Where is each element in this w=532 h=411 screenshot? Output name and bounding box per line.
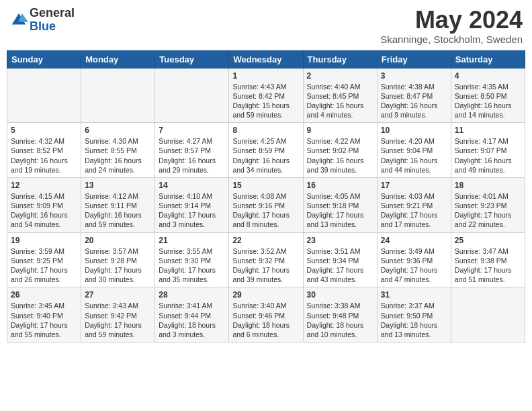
day-number: 11 [455,126,521,135]
day-info: Sunrise: 4:20 AMSunset: 9:04 PMDaylight:… [381,136,447,175]
calendar-cell: 26Sunrise: 3:45 AMSunset: 9:40 PMDayligh… [7,287,81,342]
logo-text: General Blue [30,7,75,34]
weekday-header-sunday: Sunday [7,50,81,68]
day-info: Sunrise: 4:01 AMSunset: 9:23 PMDaylight:… [455,191,521,230]
calendar-cell: 8Sunrise: 4:25 AMSunset: 8:59 PMDaylight… [229,123,303,178]
weekday-header-monday: Monday [81,50,155,68]
title-block: May 2024 Skanninge, Stockholm, Sweden [380,7,523,45]
calendar-cell [81,68,155,123]
day-number: 17 [381,181,447,190]
day-info: Sunrise: 4:27 AMSunset: 8:57 PMDaylight:… [159,136,225,175]
calendar-cell: 7Sunrise: 4:27 AMSunset: 8:57 PMDaylight… [155,123,229,178]
day-info: Sunrise: 3:43 AMSunset: 9:42 PMDaylight:… [85,301,151,339]
weekday-header-wednesday: Wednesday [229,50,303,68]
calendar-cell: 11Sunrise: 4:17 AMSunset: 9:07 PMDayligh… [451,123,525,178]
calendar-week-row: 26Sunrise: 3:45 AMSunset: 9:40 PMDayligh… [7,287,525,342]
day-info: Sunrise: 4:05 AMSunset: 9:18 PMDaylight:… [307,191,373,230]
day-number: 6 [85,126,151,135]
day-number: 22 [232,236,299,245]
day-number: 3 [381,71,447,81]
calendar-cell: 29Sunrise: 3:40 AMSunset: 9:46 PMDayligh… [229,287,303,342]
day-number: 15 [232,181,299,190]
calendar-cell: 1Sunrise: 4:43 AMSunset: 8:42 PMDaylight… [229,68,303,123]
calendar-cell: 14Sunrise: 4:10 AMSunset: 9:14 PMDayligh… [155,177,229,232]
logo-blue: Blue [30,20,75,34]
calendar-week-row: 19Sunrise: 3:59 AMSunset: 9:25 PMDayligh… [7,232,525,287]
calendar-cell: 2Sunrise: 4:40 AMSunset: 8:45 PMDaylight… [303,68,377,123]
location: Skanninge, Stockholm, Sweden [380,34,523,45]
day-info: Sunrise: 4:17 AMSunset: 9:07 PMDaylight:… [455,136,521,175]
calendar-cell: 31Sunrise: 3:37 AMSunset: 9:50 PMDayligh… [377,287,451,342]
day-number: 28 [159,290,225,300]
day-info: Sunrise: 3:57 AMSunset: 9:28 PMDaylight:… [85,246,151,285]
day-info: Sunrise: 4:40 AMSunset: 8:45 PMDaylight:… [307,82,373,120]
day-number: 19 [11,236,77,245]
page-header: General Blue May 2024 Skanninge, Stockho… [7,7,525,45]
calendar-week-row: 1Sunrise: 4:43 AMSunset: 8:42 PMDaylight… [7,68,525,123]
calendar-week-row: 5Sunrise: 4:32 AMSunset: 8:52 PMDaylight… [7,123,525,178]
day-info: Sunrise: 3:45 AMSunset: 9:40 PMDaylight:… [11,301,77,339]
day-info: Sunrise: 3:38 AMSunset: 9:48 PMDaylight:… [307,301,373,339]
day-number: 27 [85,290,151,300]
day-info: Sunrise: 3:55 AMSunset: 9:30 PMDaylight:… [159,246,225,285]
day-info: Sunrise: 3:59 AMSunset: 9:25 PMDaylight:… [11,246,77,285]
day-info: Sunrise: 4:30 AMSunset: 8:55 PMDaylight:… [85,136,151,175]
calendar-cell: 22Sunrise: 3:52 AMSunset: 9:32 PMDayligh… [229,232,303,287]
month-title: May 2024 [380,7,523,34]
day-number: 25 [455,236,521,245]
day-number: 26 [11,290,77,300]
day-number: 31 [381,290,447,300]
logo: General Blue [9,7,75,34]
day-info: Sunrise: 3:52 AMSunset: 9:32 PMDaylight:… [232,246,299,285]
day-number: 5 [11,126,77,135]
day-number: 20 [85,236,151,245]
day-number: 30 [307,290,373,300]
day-number: 4 [455,71,521,81]
calendar-cell: 15Sunrise: 4:08 AMSunset: 9:16 PMDayligh… [229,177,303,232]
day-info: Sunrise: 4:10 AMSunset: 9:14 PMDaylight:… [159,191,225,230]
day-info: Sunrise: 4:08 AMSunset: 9:16 PMDaylight:… [232,191,299,230]
day-number: 8 [232,126,299,135]
weekday-header-row: SundayMondayTuesdayWednesdayThursdayFrid… [7,50,525,68]
calendar-cell [7,68,81,123]
calendar-cell: 25Sunrise: 3:47 AMSunset: 9:38 PMDayligh… [451,232,525,287]
calendar-cell: 28Sunrise: 3:41 AMSunset: 9:44 PMDayligh… [155,287,229,342]
day-number: 14 [159,181,225,190]
day-info: Sunrise: 4:43 AMSunset: 8:42 PMDaylight:… [232,82,299,120]
day-info: Sunrise: 4:12 AMSunset: 9:11 PMDaylight:… [85,191,151,230]
logo-icon [9,11,28,30]
calendar-cell: 10Sunrise: 4:20 AMSunset: 9:04 PMDayligh… [377,123,451,178]
day-info: Sunrise: 4:38 AMSunset: 8:47 PMDaylight:… [381,82,447,120]
day-number: 18 [455,181,521,190]
day-info: Sunrise: 4:35 AMSunset: 8:50 PMDaylight:… [455,82,521,120]
calendar-cell: 16Sunrise: 4:05 AMSunset: 9:18 PMDayligh… [303,177,377,232]
day-number: 13 [85,181,151,190]
day-info: Sunrise: 3:40 AMSunset: 9:46 PMDaylight:… [232,301,299,339]
day-info: Sunrise: 3:47 AMSunset: 9:38 PMDaylight:… [455,246,521,285]
calendar-cell: 17Sunrise: 4:03 AMSunset: 9:21 PMDayligh… [377,177,451,232]
day-info: Sunrise: 3:37 AMSunset: 9:50 PMDaylight:… [381,301,447,339]
calendar-cell: 4Sunrise: 4:35 AMSunset: 8:50 PMDaylight… [451,68,525,123]
calendar-cell: 6Sunrise: 4:30 AMSunset: 8:55 PMDaylight… [81,123,155,178]
calendar-cell: 27Sunrise: 3:43 AMSunset: 9:42 PMDayligh… [81,287,155,342]
day-number: 1 [232,71,299,81]
day-info: Sunrise: 4:25 AMSunset: 8:59 PMDaylight:… [232,136,299,175]
day-info: Sunrise: 4:15 AMSunset: 9:09 PMDaylight:… [11,191,77,230]
logo-general: General [30,7,75,20]
day-number: 23 [307,236,373,245]
day-info: Sunrise: 4:22 AMSunset: 9:02 PMDaylight:… [307,136,373,175]
day-number: 7 [159,126,225,135]
day-number: 2 [307,71,373,81]
day-number: 10 [381,126,447,135]
calendar-cell: 13Sunrise: 4:12 AMSunset: 9:11 PMDayligh… [81,177,155,232]
weekday-header-friday: Friday [377,50,451,68]
day-info: Sunrise: 3:49 AMSunset: 9:36 PMDaylight:… [381,246,447,285]
calendar-cell: 21Sunrise: 3:55 AMSunset: 9:30 PMDayligh… [155,232,229,287]
day-info: Sunrise: 4:03 AMSunset: 9:21 PMDaylight:… [381,191,447,230]
calendar-cell: 18Sunrise: 4:01 AMSunset: 9:23 PMDayligh… [451,177,525,232]
calendar-cell: 9Sunrise: 4:22 AMSunset: 9:02 PMDaylight… [303,123,377,178]
day-number: 16 [307,181,373,190]
calendar-cell: 5Sunrise: 4:32 AMSunset: 8:52 PMDaylight… [7,123,81,178]
calendar-cell: 20Sunrise: 3:57 AMSunset: 9:28 PMDayligh… [81,232,155,287]
weekday-header-thursday: Thursday [303,50,377,68]
